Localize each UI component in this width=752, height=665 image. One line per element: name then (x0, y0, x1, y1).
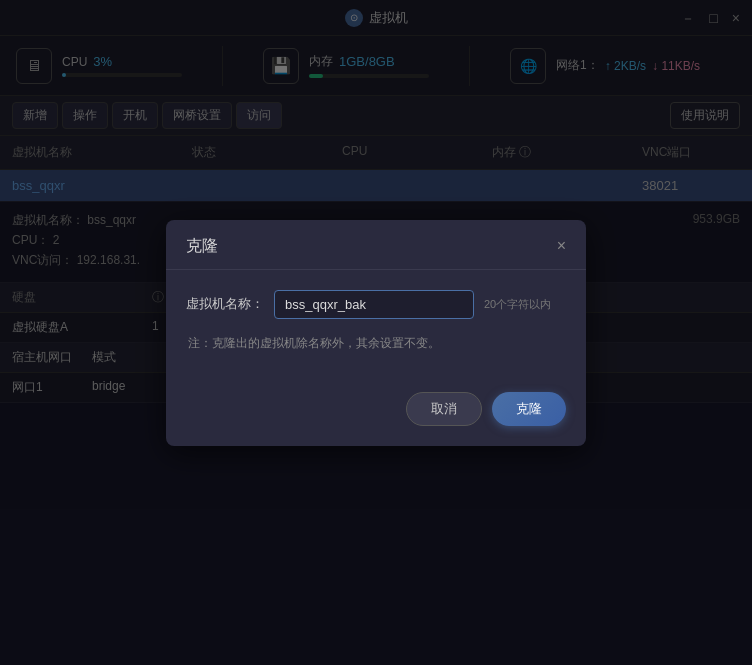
dialog-close-button[interactable]: × (557, 238, 566, 254)
dialog-field-label: 虚拟机名称： (186, 295, 264, 313)
vm-name-input[interactable] (274, 290, 474, 319)
dialog-footer: 取消 克隆 (166, 392, 586, 446)
dialog-header: 克隆 × (166, 220, 586, 270)
dialog-body: 虚拟机名称： 20个字符以内 注：克隆出的虚拟机除名称外，其余设置不变。 (166, 270, 586, 392)
dialog-input-hint: 20个字符以内 (484, 297, 551, 312)
dialog-title: 克隆 (186, 236, 218, 257)
clone-dialog: 克隆 × 虚拟机名称： 20个字符以内 注：克隆出的虚拟机除名称外，其余设置不变… (166, 220, 586, 446)
dialog-note: 注：克隆出的虚拟机除名称外，其余设置不变。 (186, 335, 566, 352)
modal-overlay: 克隆 × 虚拟机名称： 20个字符以内 注：克隆出的虚拟机除名称外，其余设置不变… (0, 0, 752, 665)
dialog-field-row: 虚拟机名称： 20个字符以内 (186, 290, 566, 319)
confirm-clone-button[interactable]: 克隆 (492, 392, 566, 426)
cancel-button[interactable]: 取消 (406, 392, 482, 426)
